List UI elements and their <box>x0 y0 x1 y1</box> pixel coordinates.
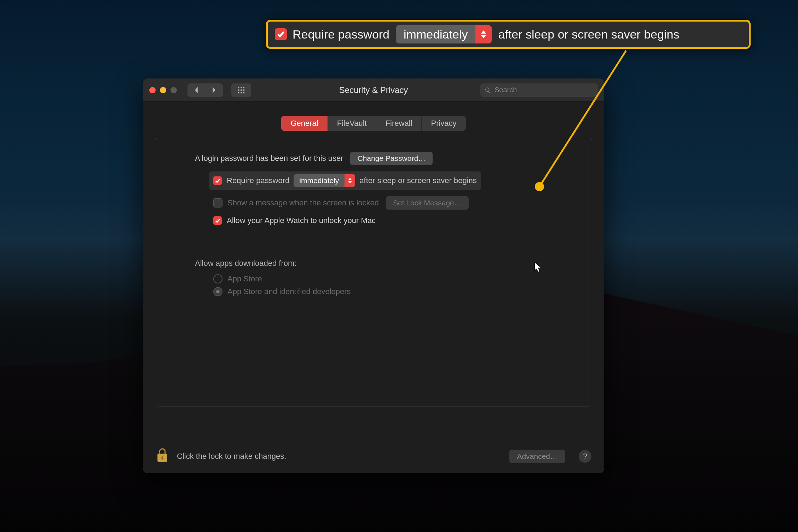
grid-icon <box>237 86 245 94</box>
tab-privacy[interactable]: Privacy <box>422 116 466 131</box>
advanced-button[interactable]: Advanced… <box>509 450 565 463</box>
search-field[interactable] <box>480 83 598 97</box>
allow-apps-heading: Allow apps downloaded from: <box>195 259 296 268</box>
show-message-label: Show a message when the screen is locked <box>227 198 379 207</box>
callout-after-text: after sleep or screen saver begins <box>498 28 679 41</box>
titlebar: Security & Privacy <box>143 78 604 102</box>
lock-button[interactable] <box>156 447 169 466</box>
svg-rect-3 <box>238 89 239 91</box>
radio-identified-row: App Store and identified developers <box>169 287 578 296</box>
security-privacy-window: Security & Privacy General FileVault Fir… <box>143 78 604 473</box>
radio-app-store-row: App Store <box>169 274 578 283</box>
check-icon <box>277 30 285 38</box>
callout-require-label: Require password <box>293 28 389 41</box>
svg-rect-4 <box>241 89 242 91</box>
search-icon <box>485 87 491 93</box>
mouse-cursor <box>534 262 543 274</box>
check-icon <box>215 178 220 183</box>
require-password-checkbox[interactable] <box>213 176 222 185</box>
require-password-row: Require password immediately after sleep… <box>209 171 481 190</box>
require-password-delay-select[interactable]: immediately <box>294 174 355 187</box>
chevron-right-icon <box>212 87 216 94</box>
general-panel: A login password has been set for this u… <box>155 138 592 407</box>
back-button[interactable] <box>187 83 205 97</box>
show-message-row: Show a message when the screen is locked… <box>169 196 578 210</box>
help-button[interactable]: ? <box>579 450 591 463</box>
traffic-lights <box>149 87 177 93</box>
login-password-text: A login password has been set for this u… <box>195 154 343 163</box>
search-input[interactable] <box>494 86 594 94</box>
svg-rect-1 <box>241 87 242 88</box>
apple-watch-label: Allow your Apple Watch to unlock your Ma… <box>227 216 376 225</box>
zoom-button[interactable] <box>170 87 177 93</box>
apple-watch-checkbox[interactable] <box>213 216 222 225</box>
nav-segment <box>187 83 223 97</box>
tab-strip: General FileVault Firewall Privacy <box>143 116 604 131</box>
check-icon <box>215 218 220 223</box>
svg-rect-10 <box>161 456 163 460</box>
delay-value: immediately <box>294 176 345 185</box>
svg-rect-7 <box>241 92 242 93</box>
tab-firewall[interactable]: Firewall <box>376 116 422 131</box>
lock-icon <box>156 447 169 463</box>
tab-general[interactable]: General <box>281 116 328 131</box>
tab-segment: General FileVault Firewall Privacy <box>281 116 466 131</box>
after-sleep-text: after sleep or screen saver begins <box>359 176 476 185</box>
callout-delay-value: immediately <box>396 28 475 41</box>
allow-apps-heading-row: Allow apps downloaded from: <box>169 259 578 268</box>
svg-rect-5 <box>243 89 245 91</box>
radio-app-store-label: App Store <box>227 274 262 283</box>
callout-delay-select: immediately <box>396 25 492 43</box>
svg-rect-6 <box>238 92 239 93</box>
login-password-row: A login password has been set for this u… <box>169 152 578 165</box>
set-lock-message-button: Set Lock Message… <box>386 196 469 210</box>
radio-app-store <box>213 274 222 283</box>
forward-button[interactable] <box>205 83 223 97</box>
radio-identified <box>213 287 222 296</box>
svg-rect-8 <box>243 92 245 93</box>
change-password-button[interactable]: Change Password… <box>350 152 433 165</box>
callout-box: Require password immediately after sleep… <box>266 20 751 49</box>
show-message-checkbox[interactable] <box>213 198 222 207</box>
chevron-left-icon <box>194 87 199 94</box>
tab-filevault[interactable]: FileVault <box>328 116 376 131</box>
svg-rect-2 <box>243 87 245 88</box>
stepper-icon <box>475 25 492 43</box>
require-password-label: Require password <box>227 176 289 185</box>
close-button[interactable] <box>149 87 156 93</box>
window-footer: Click the lock to make changes. Advanced… <box>143 439 604 473</box>
radio-identified-label: App Store and identified developers <box>227 287 351 296</box>
svg-rect-0 <box>238 87 239 88</box>
show-all-button[interactable] <box>231 83 251 97</box>
apple-watch-row: Allow your Apple Watch to unlock your Ma… <box>169 216 578 225</box>
callout-checkbox <box>275 28 287 40</box>
panel-separator <box>169 245 578 245</box>
lock-message: Click the lock to make changes. <box>177 452 286 461</box>
stepper-icon <box>345 174 355 187</box>
minimize-button[interactable] <box>160 87 166 93</box>
